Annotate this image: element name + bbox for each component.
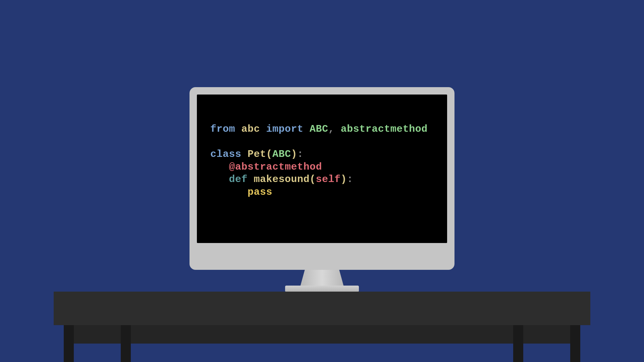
token-rparen2: ) [341, 174, 347, 185]
token-lparen2: ( [310, 174, 316, 185]
token-module-abc: abc [241, 123, 260, 135]
token-func-makesound: makesound [254, 174, 310, 185]
token-name-abc: ABC [310, 123, 328, 135]
token-keyword-def: def [229, 174, 248, 185]
desk-leg [570, 325, 580, 362]
token-class-pet: Pet [248, 148, 266, 160]
desk [54, 292, 590, 362]
token-colon: : [297, 148, 304, 160]
desk-leg [64, 325, 74, 362]
token-keyword-from: from [210, 123, 235, 135]
token-keyword-class: class [210, 148, 241, 160]
token-keyword-pass: pass [248, 186, 272, 198]
token-rparen: ) [291, 148, 298, 160]
token-name-abstractmethod: abstractmethod [341, 123, 428, 135]
monitor: from abc import ABC, abstractmethod clas… [190, 87, 454, 270]
token-colon2: : [347, 174, 353, 185]
token-lparen: ( [266, 148, 273, 160]
monitor-stand-base [285, 286, 359, 292]
code-editor-screen: from abc import ABC, abstractmethod clas… [197, 95, 447, 243]
desk-top [54, 292, 590, 325]
desk-legs [54, 325, 590, 362]
code-block: from abc import ABC, abstractmethod clas… [210, 123, 434, 198]
token-keyword-import: import [266, 123, 304, 135]
token-base-abc: ABC [272, 148, 291, 160]
desk-leg [513, 325, 523, 362]
token-decorator-abstractmethod: @abstractmethod [229, 161, 322, 173]
desk-leg [121, 325, 131, 362]
token-comma: , [328, 123, 335, 135]
token-self: self [316, 174, 341, 185]
